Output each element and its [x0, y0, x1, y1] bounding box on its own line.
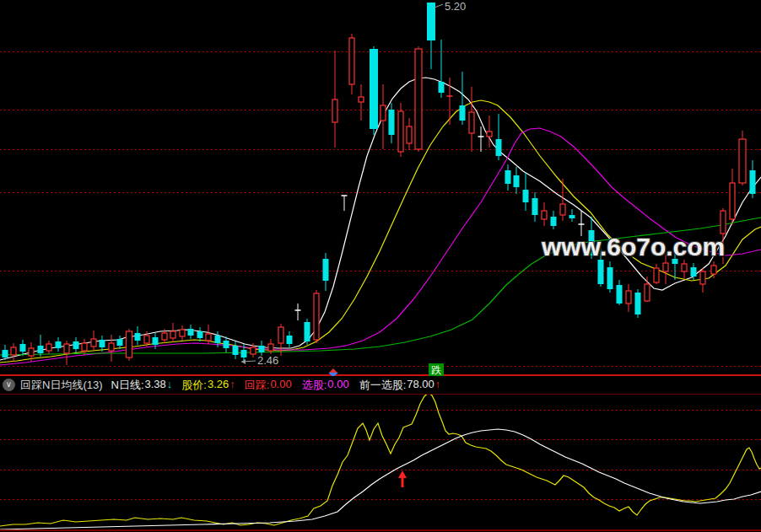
- high-price-label: 5.20: [445, 0, 466, 13]
- field-label: 前一选股:: [359, 378, 407, 393]
- sub-indicator-lines: [0, 393, 761, 529]
- chart-canvas[interactable]: [0, 0, 761, 532]
- ma-yellow: [0, 100, 761, 363]
- annotation-leaders: [241, 4, 443, 364]
- candles: [3, 3, 756, 365]
- up-arrow-icon: ↑: [435, 378, 441, 393]
- field-value: 3.26: [208, 378, 229, 393]
- status-field-select: 选股: 0.00: [302, 378, 350, 393]
- divider-lines: [0, 375, 761, 530]
- field-label: 选股:: [302, 378, 327, 393]
- indicator-fast: [0, 393, 761, 526]
- field-value: 78.00: [407, 378, 434, 393]
- field-value: 0.00: [327, 378, 348, 393]
- field-label: 回踩:: [245, 378, 270, 393]
- collapse-icon[interactable]: ∨: [3, 379, 15, 391]
- field-label: N日线:: [111, 378, 144, 393]
- low-price-label: 2.46: [257, 354, 278, 367]
- indicator-name[interactable]: 回踩N日均线(13): [20, 378, 103, 393]
- field-value: 3.38: [145, 378, 166, 393]
- field-label: 股价:: [181, 378, 207, 393]
- up-arrow-icon: ↑: [229, 378, 235, 393]
- indicator-slow: [0, 429, 761, 529]
- indicator-status-bar: ∨ 回踩N日均线(13) N日线: 3.38 ↓ 股价: 3.26 ↑ 回踩: …: [0, 376, 761, 394]
- down-arrow-icon: ↓: [167, 378, 173, 393]
- field-value: 0.00: [270, 378, 291, 393]
- stock-chart-app: www.6o7o.com 5.20 2.46 跌 ∨ 回踩N日均线(13) N日…: [0, 0, 761, 532]
- status-field-pullback: 回踩: 0.00: [245, 378, 293, 393]
- buy-arrow-icon: [398, 470, 407, 487]
- status-field-prev-select: 前一选股: 78.00 ↑: [359, 378, 441, 393]
- status-field-nline: N日线: 3.38 ↓: [111, 378, 173, 393]
- watermark: www.6o7o.com: [542, 233, 725, 261]
- status-field-price: 股价: 3.26 ↑: [181, 378, 235, 393]
